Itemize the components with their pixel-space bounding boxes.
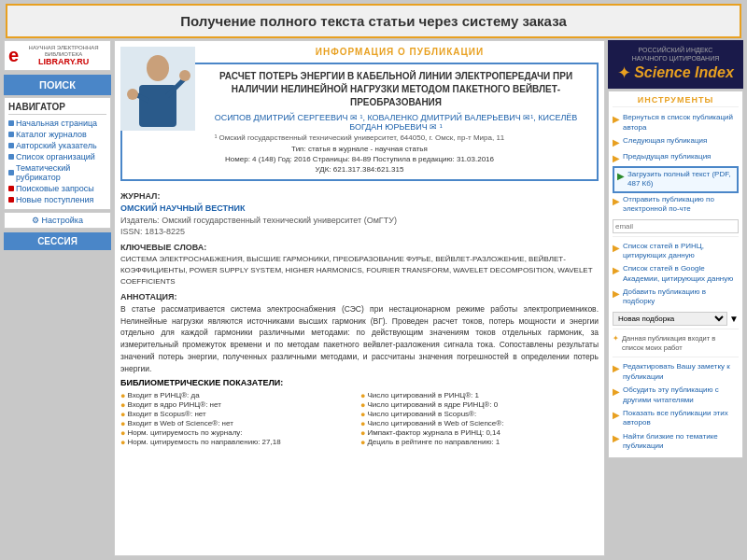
arrow-icon: ▶	[613, 152, 620, 164]
biblio-item: ●Дециль в рейтинге по направлению: 1	[360, 438, 599, 447]
nav-orgs[interactable]: Список организаций	[8, 151, 106, 162]
tool-citing-rinc[interactable]: ▶ Список статей в РИНЦ, цитирующих данну…	[613, 240, 739, 263]
article-authors: ОСИПОВ ДМИТРИЙ СЕРГЕЕВИЧ ✉ ¹, КОВАЛЕНКО …	[128, 113, 591, 132]
article-type: Тип: статья в журнале - научная статья	[128, 145, 591, 153]
arrow-icon: ▶	[613, 385, 620, 398]
tool-similar-pubs[interactable]: ▶ Найти близкие по тематике публикации	[613, 430, 739, 454]
left-sidebar: e НАУЧНАЯ ЭЛЕКТРОННАЯ БИБЛИОТЕКА LIBRARY…	[4, 40, 111, 556]
nav-journals[interactable]: Каталог журналов	[8, 129, 106, 140]
svg-point-4	[127, 89, 138, 100]
biblio-item: ●Число цитирований в Web of Science®:	[360, 419, 599, 428]
biblio-item: ●Входит в Web of Science®: нет	[120, 419, 359, 428]
article-number: Номер: 4 (148) Год: 2016 Страницы: 84-89…	[128, 155, 591, 163]
biblio-item: ●Импакт-фактор журнала в РИНЦ: 0,14	[360, 428, 599, 438]
biblio-item: ●Входит в РИНЦ®: да	[120, 391, 359, 400]
biblio-item: ●Число цитирований в РИНЦ®: 1	[360, 391, 599, 400]
biblio-icon: ●	[360, 400, 365, 410]
journal-label: ЖУРНАЛ:	[120, 191, 599, 201]
e-letter: e	[8, 45, 19, 66]
tool-discuss[interactable]: ▶ Обсудить эту публикацию с другими чита…	[613, 384, 739, 407]
tool-download-pdf[interactable]: ▶ Загрузить полный текст (PDF, 487 Кб)	[613, 166, 739, 193]
biblio-icon: ●	[120, 419, 125, 428]
biblio-icon: ●	[120, 428, 125, 438]
star-icon: ✦	[613, 334, 619, 343]
article-udk: УДК: 621.317.384:621.315	[128, 165, 591, 174]
biblio-icon: ●	[360, 428, 365, 438]
biblio-item: ●Норм. цитируемость по направлению: 27,1…	[120, 438, 359, 447]
email-input[interactable]	[613, 219, 739, 233]
main-content: ИНФОРМАЦИЯ О ПУБЛИКАЦИИ РАСЧЕТ ПОТЕРЬ ЭН…	[114, 40, 605, 556]
tool-prev-pub[interactable]: ▶ Предыдущая публикация	[613, 150, 739, 166]
arrow-icon: ▶	[613, 432, 620, 444]
keywords-label: КЛЮЧЕВЫЕ СЛОВА:	[120, 243, 599, 252]
biblio-item: ●Входит в Scopus®: нет	[120, 410, 359, 419]
biblio-icon: ●	[120, 400, 125, 410]
collection-select[interactable]: Новая подборка	[613, 312, 727, 326]
article-title: РАСЧЕТ ПОТЕРЬ ЭНЕРГИИ В КАБЕЛЬНОЙ ЛИНИИ …	[128, 70, 591, 109]
svg-point-0	[147, 55, 169, 81]
tool-add-collection[interactable]: ▶ Добавить публикацию в подборку	[613, 286, 739, 309]
nav-rubric[interactable]: Тематический рубрикатор	[8, 162, 106, 183]
sci-subtitle: РОССИЙСКИЙ ИНДЕКСНАУЧНОГО ЦИТИРОВАНИЯ	[613, 46, 738, 63]
abstract-label: АННОТАЦИЯ:	[120, 292, 599, 301]
sci-star-icon: ✦	[617, 63, 631, 83]
navigator-title: НАВИГАТОР	[8, 102, 106, 115]
nav-dot-icon	[8, 120, 14, 126]
biblio-right: ●Число цитирований в РИНЦ®: 1 ●Число цит…	[360, 391, 599, 447]
lib-ru: LIBRARY.RU	[21, 57, 106, 66]
tools-title: ИНСТРУМЕНТЫ	[613, 95, 739, 107]
arrow-icon: ▶	[613, 362, 620, 374]
tool-citing-google[interactable]: ▶ Список статей в Google Академии, цитир…	[613, 262, 739, 286]
biblio-icon: ●	[360, 419, 365, 428]
biblio-icon: ●	[360, 410, 365, 419]
person-image	[120, 47, 195, 131]
article-affiliation: ¹ Омский государственный технический уни…	[128, 133, 591, 142]
svg-point-5	[179, 70, 190, 81]
nav-dot-icon	[8, 197, 14, 203]
abstract-text: В статье рассматривается система электро…	[120, 303, 599, 375]
dropdown-arrow-icon[interactable]: ▼	[729, 314, 739, 324]
collection-dropdown-box: Новая подборка ▼	[613, 312, 739, 326]
tool-back-list[interactable]: ▶ Вернуться в список публикаций автора	[613, 111, 739, 134]
nav-home[interactable]: Начальная страница	[8, 118, 106, 129]
biblio-icon: ●	[120, 438, 125, 447]
tool-edit-note[interactable]: ▶ Редактировать Вашу заметку к публикаци…	[613, 360, 739, 384]
arrow-icon: ▶	[613, 409, 620, 421]
sci-title-text: Science Index	[634, 64, 734, 81]
nav-queries[interactable]: Поисковые запросы	[8, 183, 106, 194]
biblio-left: ●Входит в РИНЦ®: да ●Входит в ядро РИНЦ®…	[120, 391, 359, 447]
tools-box: ИНСТРУМЕНТЫ ▶ Вернуться в список публика…	[608, 91, 743, 457]
search-button[interactable]: ПОИСК	[4, 75, 111, 95]
tool-send-email[interactable]: ▶ Отправить публикацию по электронной по…	[613, 193, 739, 217]
biblio-item: ●Число цитирований в ядре РИНЦ®: 0	[360, 400, 599, 410]
tool-note: ✦ Данная публикация входит в список моих…	[613, 332, 739, 355]
nav-dot-icon	[8, 170, 14, 175]
right-sidebar: РОССИЙСКИЙ ИНДЕКСНАУЧНОГО ЦИТИРОВАНИЯ ✦ …	[608, 40, 743, 556]
biblio-item: ●Число цитирований в Scopus®:	[360, 410, 599, 419]
biblio-title: БИБЛИОМЕТРИЧЕСКИЕ ПОКАЗАТЕЛИ:	[120, 378, 599, 387]
settings-button[interactable]: ⚙ Настройка	[4, 212, 111, 229]
elibrary-logo[interactable]: e НАУЧНАЯ ЭЛЕКТРОННАЯ БИБЛИОТЕКА LIBRARY…	[4, 40, 111, 71]
biblio-item: ●Норм. цитируемость по журналу:	[120, 428, 359, 438]
nav-new[interactable]: Новые поступления	[8, 194, 106, 205]
arrow-icon: ▶	[613, 264, 620, 276]
tool-next-pub[interactable]: ▶ Следующая публикация	[613, 134, 739, 150]
biblio-icon: ●	[360, 391, 365, 400]
arrow-icon: ▶	[613, 136, 620, 148]
biblio-icon: ●	[120, 391, 125, 400]
biblio-grid: ●Входит в РИНЦ®: да ●Входит в ядро РИНЦ®…	[120, 391, 599, 447]
banner-title: Получение полного текста статьи через си…	[15, 13, 732, 29]
nav-authors[interactable]: Авторский указатель	[8, 140, 106, 151]
nav-dot-icon	[8, 186, 14, 191]
journal-name: ОМСКИЙ НАУЧНЫЙ ВЕСТНИК Издатель: Омский …	[120, 203, 599, 238]
top-banner: Получение полного текста статьи через си…	[6, 4, 741, 38]
lib-subtitle: НАУЧНАЯ ЭЛЕКТРОННАЯ БИБЛИОТЕКА	[21, 45, 106, 57]
tool-show-authors[interactable]: ▶ Показать все публикации этих авторов	[613, 407, 739, 430]
biblio-icon: ●	[120, 410, 125, 419]
arrow-icon: ▶	[613, 195, 620, 207]
session-button[interactable]: СЕССИЯ	[4, 232, 111, 250]
pdf-icon: ▶	[617, 170, 625, 182]
biblio-item: ●Входит в ядро РИНЦ®: нет	[120, 400, 359, 410]
nav-dot-icon	[8, 154, 14, 160]
nav-dot-icon	[8, 143, 14, 148]
